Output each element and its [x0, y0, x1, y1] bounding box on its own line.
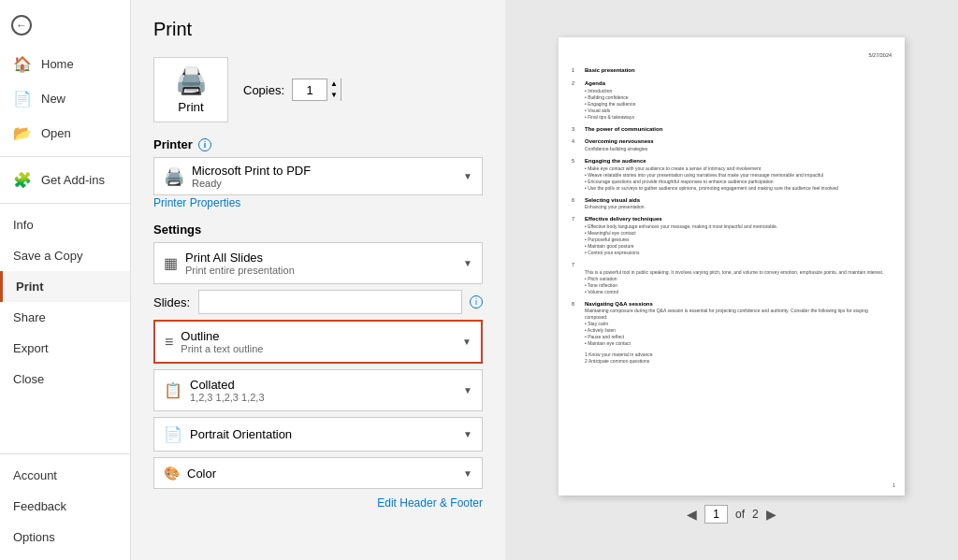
collated-dropdown[interactable]: 📋 Collated 1,2,3 1,2,3 1,2,3 ▼ Collated: [153, 369, 483, 411]
sidebar: ← 🏠 Home 📄 New 📂 Open 🧩 Get Add-ins Info…: [0, 0, 131, 560]
print-button-label: Print: [178, 100, 203, 114]
sidebar-label-options: Options: [13, 530, 55, 544]
sidebar-item-export[interactable]: Export: [0, 333, 130, 364]
sidebar-label-info: Info: [13, 218, 34, 232]
sidebar-nav: 🏠 Home 📄 New 📂 Open 🧩 Get Add-ins Info S…: [0, 43, 130, 448]
printer-info-icon: i: [198, 138, 211, 151]
sidebar-item-options[interactable]: Options: [0, 522, 130, 553]
back-icon: ←: [11, 15, 32, 36]
preview-item: 7This is a powerful tool in public speak…: [572, 261, 892, 295]
page-title: Print: [153, 19, 483, 40]
preview-area: 5/27/2024 1Basic presentation2Agenda• In…: [505, 0, 958, 560]
copies-row: Copies: ▲ ▼: [243, 79, 341, 101]
preview-item: 7Effective delivery techniques• Effectiv…: [572, 215, 892, 256]
sidebar-label-close: Close: [13, 372, 44, 386]
preview-item: 6Selecting visual aidsEnhancing your pre…: [572, 196, 892, 211]
outline-dropdown[interactable]: ≡ Outline Print a text outline ▼ Outline: [153, 320, 483, 364]
print-button-container: 🖨️ Print Copies: ▲ ▼: [153, 57, 483, 122]
copies-input-wrap: ▲ ▼: [292, 79, 341, 101]
open-icon: 📂: [13, 124, 32, 142]
preview-content: 1Basic presentation2Agenda• Introduction…: [572, 66, 892, 365]
sidebar-label-share: Share: [13, 310, 46, 324]
main-content: Print 🖨️ Print Copies: ▲ ▼: [131, 0, 958, 560]
settings-section-label: Settings: [153, 223, 483, 237]
new-icon: 📄: [13, 90, 32, 108]
copies-spinner: ▲ ▼: [327, 79, 341, 101]
slides-label: Slides:: [153, 295, 191, 309]
page-current: 1: [704, 505, 728, 524]
printer-section-label: Printer i: [153, 137, 483, 151]
orientation-dropdown[interactable]: 📄 Portrait Orientation ▼ Portrait Orient…: [153, 417, 483, 452]
copies-up-button[interactable]: ▲: [327, 79, 341, 90]
sidebar-item-print[interactable]: Print: [0, 271, 130, 302]
print-all-slides-dropdown[interactable]: ▦ Print All Slides Print entire presenta…: [153, 242, 483, 284]
color-dropdown[interactable]: 🎨 Color ▼ Color: [153, 457, 483, 489]
preview-item: 1 Know your material in advance2 Anticip…: [572, 352, 892, 365]
content-split: Print 🖨️ Print Copies: ▲ ▼: [131, 0, 958, 560]
sidebar-item-close[interactable]: Close: [0, 364, 130, 395]
preview-item: 3The power of communication: [572, 125, 892, 134]
sidebar-divider-bottom: [0, 453, 130, 454]
sidebar-label-open: Open: [41, 126, 71, 140]
home-icon: 🏠: [13, 55, 32, 73]
sidebar-divider-1: [0, 156, 130, 157]
prev-page-button[interactable]: ◀: [687, 507, 697, 522]
preview-page: 5/27/2024 1Basic presentation2Agenda• In…: [559, 37, 905, 495]
sidebar-item-account[interactable]: Account: [0, 460, 130, 491]
slides-input[interactable]: [198, 290, 462, 314]
sidebar-item-open[interactable]: 📂 Open: [0, 116, 130, 151]
sidebar-label-addins: Get Add-ins: [41, 173, 105, 187]
sidebar-label-save-copy: Save a Copy: [13, 249, 82, 263]
sidebar-label-home: Home: [41, 57, 74, 71]
copies-label: Copies:: [243, 83, 284, 97]
edit-header-footer-link[interactable]: Edit Header & Footer: [153, 496, 483, 510]
sidebar-bottom: Account Feedback Options: [0, 448, 130, 560]
slides-info-icon: i: [470, 295, 483, 309]
sidebar-item-addins[interactable]: 🧩 Get Add-ins: [0, 163, 130, 197]
sidebar-divider-2: [0, 203, 130, 204]
preview-item: 5Engaging the audience• Make eye contact…: [572, 157, 892, 192]
preview-item: 8Navigating Q&A sessionsMaintaining comp…: [572, 300, 892, 348]
preview-pagination: ◀ 1 of 2 ▶: [687, 505, 776, 524]
printer-properties-link[interactable]: Printer Properties: [153, 196, 240, 209]
sidebar-label-new: New: [41, 92, 65, 106]
sidebar-label-print: Print: [16, 280, 44, 294]
sidebar-label-account: Account: [13, 468, 57, 482]
addins-icon: 🧩: [13, 171, 32, 189]
page-total: 2: [752, 508, 759, 521]
preview-item: 1Basic presentation: [572, 66, 892, 75]
sidebar-item-home[interactable]: 🏠 Home: [0, 47, 130, 81]
preview-date: 5/27/2024: [572, 52, 892, 60]
copies-input[interactable]: [293, 79, 327, 100]
preview-page-number: 1: [893, 481, 895, 489]
sidebar-item-feedback[interactable]: Feedback: [0, 491, 130, 522]
preview-item: 4Overcoming nervousnessConfidence-buildi…: [572, 137, 892, 152]
sidebar-label-export: Export: [13, 341, 49, 355]
print-panel: Print 🖨️ Print Copies: ▲ ▼: [131, 0, 505, 560]
next-page-button[interactable]: ▶: [766, 507, 777, 522]
sidebar-item-share[interactable]: Share: [0, 302, 130, 333]
sidebar-label-feedback: Feedback: [13, 499, 66, 513]
preview-item: 2Agenda• Introduction• Building confiden…: [572, 79, 892, 121]
print-button-icon: 🖨️: [175, 65, 208, 96]
page-of-label: of: [735, 508, 745, 521]
copies-down-button[interactable]: ▼: [327, 90, 341, 101]
slides-row: Slides: i: [153, 290, 483, 314]
printer-selector[interactable]: 🖨️ Microsoft Print to PDF Ready ▼ Micros…: [153, 157, 483, 195]
print-button[interactable]: 🖨️ Print: [153, 57, 228, 122]
back-button[interactable]: ←: [0, 7, 130, 43]
sidebar-item-save-copy[interactable]: Save a Copy: [0, 240, 130, 271]
sidebar-item-new[interactable]: 📄 New: [0, 81, 130, 116]
sidebar-item-info[interactable]: Info: [0, 209, 130, 240]
